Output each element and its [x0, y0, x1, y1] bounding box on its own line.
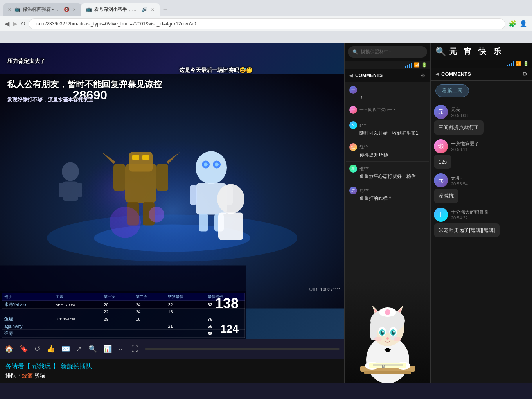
avatar: 十: [434, 208, 448, 222]
nav-refresh[interactable]: ↻: [20, 20, 25, 27]
list-item: 一 一 ！: [346, 84, 429, 103]
comment-user: 尽 尽***: [349, 187, 426, 194]
username: 一三间夜兰先e一下: [359, 107, 396, 113]
video-area: 28690: [0, 43, 344, 339]
mid-settings-icon[interactable]: ⚙: [421, 72, 426, 79]
tab-1-close[interactable]: ✕: [72, 6, 77, 13]
avatar: 一: [349, 86, 357, 94]
comment-divider: [346, 183, 429, 183]
svg-point-32: [217, 184, 244, 214]
home-icon[interactable]: 🏠: [5, 345, 13, 353]
tab-2[interactable]: 📺 看号深渊小帮手，复活啦 - 🔊 ✕: [81, 3, 160, 16]
tab-2-speaker[interactable]: 🔊: [142, 7, 147, 12]
svg-rect-7: [132, 155, 139, 160]
tab-1-favicon: 📺: [14, 7, 20, 12]
tab-add-button[interactable]: +: [160, 4, 171, 15]
right-collapse-icon[interactable]: ◀: [435, 71, 439, 77]
list-item: s s*** 随时可以开始，收到群里扣1: [346, 120, 429, 138]
comment-text: 你得提升15秒: [349, 152, 426, 158]
refresh-icon[interactable]: ↺: [34, 345, 40, 353]
svg-rect-6: [129, 152, 153, 172]
extensions-icon[interactable]: 🧩: [509, 20, 516, 27]
score-overlay: 选手 主置 第一次 第二次 结算最佳 最佳成绩 米淆Yahalo: [0, 291, 246, 339]
list-item: 红 红*** 你得提升15秒: [346, 142, 429, 160]
right-settings-icon[interactable]: ⚙: [522, 71, 527, 77]
avatar: 尽: [349, 187, 357, 194]
username: 维***: [359, 166, 369, 172]
uid-text: UID: 10027****: [309, 287, 340, 292]
info-line-1: 务请看【 帮我玩 】 新舰长插队: [5, 363, 339, 371]
status-bar: 📶 🔋: [345, 61, 430, 69]
avatar: 元: [434, 173, 448, 187]
fullscreen-icon[interactable]: ⛶: [131, 345, 138, 353]
svg-point-59: [374, 337, 382, 341]
mail-icon[interactable]: ✉️: [61, 345, 70, 353]
right-signal-bar: 📶 🔋: [431, 60, 532, 68]
right-search-text: 元 宵 快 乐: [449, 46, 503, 57]
tab-1-title: 保温杯四强赛 - againwhy: [23, 6, 61, 13]
svg-point-31: [149, 207, 164, 223]
watch-second-room-button[interactable]: 看第二间: [435, 84, 469, 97]
svg-rect-33: [218, 213, 243, 240]
comment-user: 维 维***: [349, 165, 426, 173]
comment-user: 红 红***: [349, 143, 426, 151]
info-line-2: 排队：烧酒 烫猫: [5, 372, 339, 379]
comment-divider: [346, 161, 429, 162]
comment-header: 十 十分强大的鸭哥哥 20:54:22: [434, 208, 529, 222]
url-text: .com/23390327?broadcast_type=0&live_from…: [35, 21, 196, 27]
address-bar-row: ◀ ▶ ↻ .com/23390327?broadcast_type=0&liv…: [0, 16, 532, 31]
mid-comment-list: 一 一 ！ 一 一三间夜兰先e一下 s s*** 随时可以开始，收到群里扣1: [345, 82, 430, 282]
share-icon[interactable]: ↗: [76, 345, 82, 353]
like-icon[interactable]: 👍: [47, 345, 55, 353]
user-info: 十分强大的鸭哥哥 20:54:22: [451, 209, 489, 220]
tab-1-close-x[interactable]: ✕: [8, 7, 11, 12]
table-row: againwhy 21 66: [2, 323, 245, 330]
nav-back[interactable]: ◀: [5, 20, 9, 27]
comment-user: 一 一三间夜兰先e一下: [349, 106, 426, 114]
chart-icon[interactable]: 📊: [103, 345, 112, 353]
nav-forward[interactable]: ▶: [13, 20, 17, 27]
comment-header: 懒 一条懒狗罢了- 20:53:11: [434, 139, 529, 153]
progress-bar[interactable]: [145, 348, 340, 350]
more-icon[interactable]: ⋯: [118, 345, 125, 353]
main-layout: 28690: [0, 43, 532, 383]
avatar: 红: [349, 143, 357, 151]
info-player-1: 烧酒: [22, 372, 33, 379]
list-item: 元 元亮- 20:53:54 没减抗: [434, 173, 529, 203]
avatar: s: [349, 121, 357, 129]
search-bottom-icon[interactable]: 🔍: [88, 345, 97, 353]
list-item: 一 一三间夜兰先e一下: [346, 104, 429, 116]
signal-bars-right: [507, 61, 514, 66]
mid-search-area: 🔍 摸摸保温杯中···: [345, 43, 430, 61]
tab-1[interactable]: ✕ 📺 保温杯四强赛 - againwhy 🔇 ✕: [3, 3, 81, 16]
list-item: 十 十分强大的鸭哥哥 20:54:22 米老师走远了[鬼魂][鬼魂]: [434, 208, 529, 237]
anime-character-svg: M: [345, 282, 430, 383]
address-bar[interactable]: .com/23390327?broadcast_type=0&live_from…: [29, 18, 505, 29]
timestamp: 20:54:22: [451, 216, 489, 220]
right-search-icon[interactable]: 🔍: [435, 47, 446, 57]
username: 元亮-: [451, 106, 468, 113]
svg-point-16: [196, 151, 227, 184]
svg-point-26: [62, 162, 79, 181]
right-comment-list: 元 元亮- 20:53:08 三间都提点就行了 懒 一条懒狗罢了- 20:53:…: [431, 102, 532, 383]
score-table: 选手 主置 第一次 第二次 结算最佳 最佳成绩 米淆Yahalo: [2, 293, 245, 338]
tab-2-close[interactable]: ✕: [150, 6, 155, 13]
bookmark-icon[interactable]: 🔖: [20, 345, 28, 353]
right-comments-label: COMMENTS: [441, 71, 471, 77]
svg-point-58: [386, 337, 389, 340]
svg-point-49: [385, 309, 390, 315]
right-comments-header: ◀ COMMENTS ⚙: [431, 68, 532, 81]
svg-rect-24: [199, 214, 208, 232]
svg-rect-22: [190, 185, 197, 205]
comment-user: 一 一: [349, 86, 426, 94]
mid-search-placeholder: 摸摸保温杯中···: [361, 49, 393, 55]
avatar: 懒: [434, 139, 448, 153]
list-item: 维 维*** 鱼鱼放平心态打就好，稳住: [346, 163, 429, 182]
profile-icon[interactable]: 👤: [519, 20, 527, 27]
svg-rect-64: [369, 363, 406, 368]
mid-search-box[interactable]: 🔍 摸摸保温杯中···: [348, 46, 427, 58]
svg-text:M: M: [382, 364, 385, 368]
mid-collapse-icon[interactable]: ◀: [349, 73, 353, 78]
comment-divider: [346, 140, 429, 140]
tab-1-speaker[interactable]: 🔇: [64, 7, 70, 12]
